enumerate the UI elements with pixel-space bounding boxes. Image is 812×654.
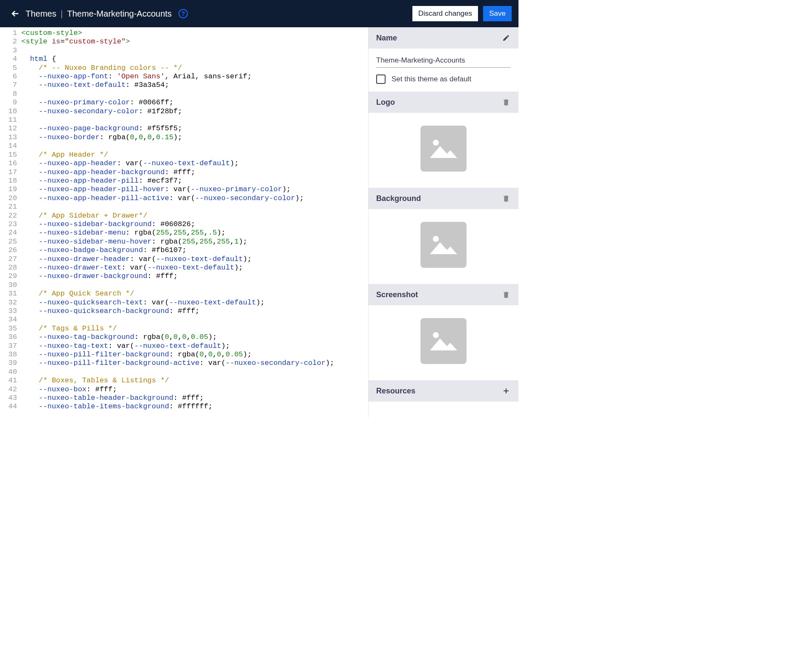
edit-icon[interactable] <box>501 33 511 43</box>
back-button[interactable] <box>7 5 24 22</box>
background-upload-area[interactable] <box>369 209 518 284</box>
section-title: Logo <box>376 98 395 107</box>
breadcrumb-current: Theme-Marketing-Accounts <box>67 9 172 19</box>
section-header-screenshot: Screenshot <box>369 284 518 305</box>
svg-marker-1 <box>430 146 457 158</box>
svg-marker-5 <box>430 338 457 350</box>
breadcrumb: Themes | Theme-Marketing-Accounts ? <box>26 9 188 19</box>
svg-point-4 <box>433 332 439 338</box>
logo-upload-area[interactable] <box>369 113 518 188</box>
trash-icon[interactable] <box>501 98 511 107</box>
svg-point-2 <box>433 236 439 242</box>
breadcrumb-root[interactable]: Themes <box>26 9 56 19</box>
image-placeholder-icon <box>420 222 466 268</box>
line-gutter: 1234567891011121314151617181920212223242… <box>0 27 20 413</box>
discard-button[interactable]: Discard changes <box>412 6 478 21</box>
breadcrumb-separator: | <box>60 9 63 19</box>
section-title: Background <box>376 194 421 203</box>
trash-icon[interactable] <box>501 290 511 299</box>
svg-point-0 <box>433 140 439 146</box>
section-title: Screenshot <box>376 290 418 299</box>
section-header-name: Name <box>369 27 518 49</box>
default-checkbox-label: Set this theme as default <box>392 75 471 83</box>
default-checkbox[interactable] <box>376 75 386 84</box>
svg-marker-3 <box>430 242 457 254</box>
section-title: Resources <box>376 387 415 396</box>
section-title: Name <box>376 34 397 43</box>
sidebar-panel: Name Set this theme as default Logo <box>368 27 518 417</box>
screenshot-upload-area[interactable] <box>369 305 518 380</box>
image-placeholder-icon <box>420 318 466 364</box>
arrow-left-icon <box>10 9 20 19</box>
trash-icon[interactable] <box>501 194 511 203</box>
code-content[interactable]: <custom-style><style is="custom-style"> … <box>21 27 368 413</box>
section-header-background: Background <box>369 188 518 209</box>
section-header-logo: Logo <box>369 92 518 113</box>
image-placeholder-icon <box>420 126 466 172</box>
plus-icon[interactable] <box>501 386 511 396</box>
section-header-resources: Resources <box>369 380 518 402</box>
help-icon[interactable]: ? <box>179 9 188 18</box>
code-editor[interactable]: 1234567891011121314151617181920212223242… <box>0 27 368 417</box>
save-button[interactable]: Save <box>483 6 512 21</box>
theme-name-input[interactable] <box>376 54 511 68</box>
app-header: Themes | Theme-Marketing-Accounts ? Disc… <box>0 0 518 27</box>
